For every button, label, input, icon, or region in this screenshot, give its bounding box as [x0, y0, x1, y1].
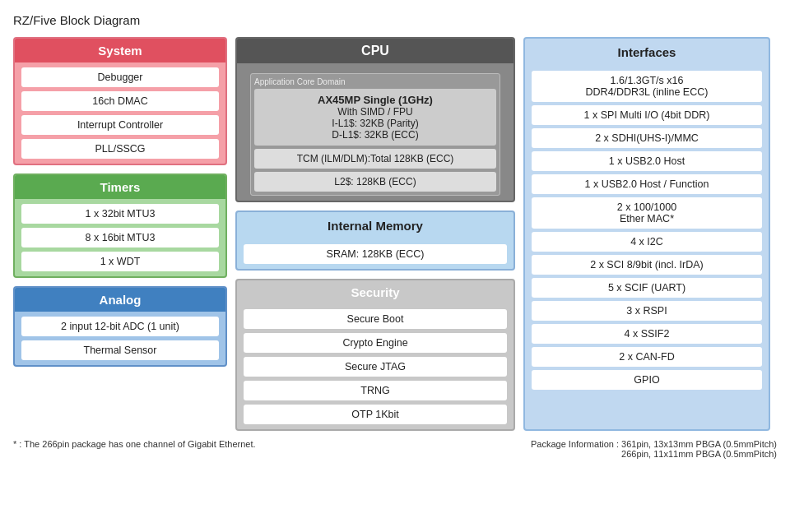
- interfaces-items: 1.6/1.3GT/s x16DDR4/DDR3L (inline ECC) 1…: [525, 66, 769, 398]
- analog-block: Analog 2 input 12-bit ADC (1 unit) Therm…: [13, 286, 227, 367]
- cpu-l2: L2$: 128KB (ECC): [254, 172, 496, 192]
- list-item: TRNG: [244, 381, 507, 400]
- security-items: Secure Boot Crypto Engine Secure JTAG TR…: [237, 304, 514, 429]
- list-item: 8 x 16bit MTU3: [21, 228, 219, 247]
- list-item: Secure JTAG: [244, 357, 507, 377]
- security-block: Security Secure Boot Crypto Engine Secur…: [235, 279, 515, 431]
- list-item: 1 x USB2.0 Host: [532, 151, 762, 171]
- list-item: Secure Boot: [244, 309, 507, 329]
- timers-header: Timers: [15, 175, 225, 199]
- list-item: 3 x RSPI: [532, 301, 762, 321]
- list-item: 1 x WDT: [21, 252, 219, 271]
- list-item: Interrupt Controller: [21, 115, 219, 135]
- cpu-core-detail3: D-L1$: 32KB (ECC): [261, 129, 490, 141]
- interfaces-block: Interfaces 1.6/1.3GT/s x16DDR4/DDR3L (in…: [523, 37, 770, 431]
- page-title: RZ/Five Block Diagram: [13, 13, 777, 27]
- middle-column: CPU Application Core Domain AX45MP Singl…: [235, 37, 515, 431]
- cpu-content: Application Core Domain AX45MP Single (1…: [237, 63, 514, 201]
- list-item: OTP 1Kbit: [244, 405, 507, 424]
- list-item: 2 x CAN-FD: [532, 347, 762, 367]
- cpu-block: CPU Application Core Domain AX45MP Singl…: [235, 37, 515, 202]
- security-header: Security: [237, 280, 514, 304]
- list-item: 5 x SCIF (UART): [532, 278, 762, 298]
- footnote-right: Package Information : 361pin, 13x13mm PB…: [531, 439, 777, 459]
- list-item: GPIO: [532, 370, 762, 390]
- left-column: System Debugger 16ch DMAC Interrupt Cont…: [13, 37, 227, 431]
- list-item: 2 input 12-bit ADC (1 unit): [21, 317, 219, 336]
- block-diagram: System Debugger 16ch DMAC Interrupt Cont…: [13, 37, 770, 431]
- list-item: 16ch DMAC: [21, 91, 219, 111]
- memory-header: Internal Memory: [237, 212, 514, 239]
- analog-items: 2 input 12-bit ADC (1 unit) Thermal Sens…: [15, 312, 225, 365]
- list-item: 2 x 100/1000Ether MAC*: [532, 197, 762, 229]
- list-item: Debugger: [21, 67, 219, 87]
- list-item: 1 x 32bit MTU3: [21, 204, 219, 224]
- list-item: Thermal Sensor: [21, 340, 219, 360]
- interfaces-header: Interfaces: [525, 39, 769, 66]
- footnote-right-line2: 266pin, 11x11mm PBGA (0.5mmPitch): [621, 449, 777, 459]
- system-block: System Debugger 16ch DMAC Interrupt Cont…: [13, 37, 227, 165]
- cpu-header: CPU: [237, 39, 514, 63]
- memory-block: Internal Memory SRAM: 128KB (ECC): [235, 210, 515, 271]
- cpu-domain-label: Application Core Domain: [254, 77, 496, 86]
- list-item: 1.6/1.3GT/s x16DDR4/DDR3L (inline ECC): [532, 71, 762, 102]
- timers-block: Timers 1 x 32bit MTU3 8 x 16bit MTU3 1 x…: [13, 173, 227, 278]
- timers-items: 1 x 32bit MTU3 8 x 16bit MTU3 1 x WDT: [15, 199, 225, 276]
- list-item: SRAM: 128KB (ECC): [244, 244, 507, 264]
- cpu-core-title: AX45MP Single (1GHz): [261, 94, 490, 106]
- cpu-core-box: AX45MP Single (1GHz) With SIMD / FPU I-L…: [254, 89, 496, 146]
- cpu-core-detail2: I-L1$: 32KB (Parity): [261, 118, 490, 129]
- cpu-core-detail1: With SIMD / FPU: [261, 106, 490, 118]
- list-item: 1 x USB2.0 Host / Function: [532, 174, 762, 194]
- list-item: 1 x SPI Multi I/O (4bit DDR): [532, 105, 762, 125]
- list-item: 2 x SDHI(UHS-I)/MMC: [532, 128, 762, 148]
- footnote-right-label: Package Information :: [531, 439, 619, 449]
- system-header: System: [15, 39, 225, 62]
- footnote-right-line1-text: 361pin, 13x13mm PBGA (0.5mmPitch): [621, 439, 777, 449]
- analog-header: Analog: [15, 288, 225, 312]
- cpu-app-core-domain: Application Core Domain AX45MP Single (1…: [250, 73, 500, 196]
- list-item: 2 x SCI 8/9bit (incl. IrDA): [532, 255, 762, 275]
- list-item: Crypto Engine: [244, 333, 507, 353]
- footnote-left: * : The 266pin package has one channel o…: [13, 439, 256, 459]
- list-item: 4 x I2C: [532, 232, 762, 252]
- system-items: Debugger 16ch DMAC Interrupt Controller …: [15, 62, 225, 164]
- memory-items: SRAM: 128KB (ECC): [237, 239, 514, 269]
- list-item: PLL/SSCG: [21, 139, 219, 159]
- footnote: * : The 266pin package has one channel o…: [13, 439, 777, 459]
- list-item: 4 x SSIF2: [532, 324, 762, 344]
- cpu-tcm: TCM (ILM/DLM):Total 128KB (ECC): [254, 149, 496, 169]
